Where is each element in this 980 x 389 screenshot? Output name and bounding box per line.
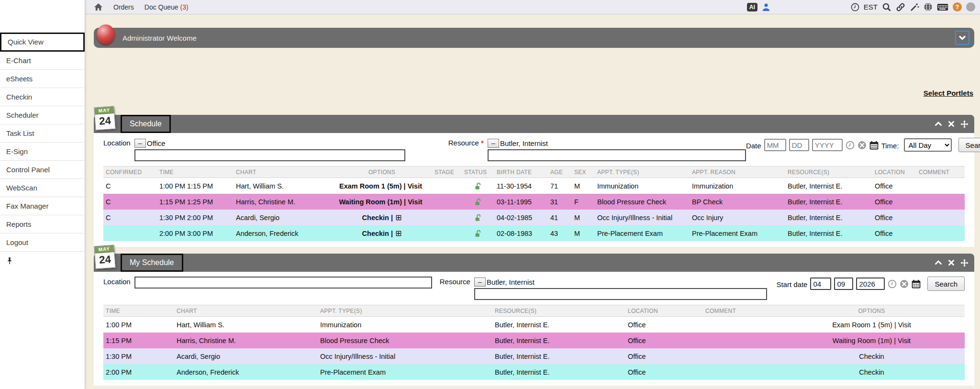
options-cell[interactable]: Checkin bbox=[779, 348, 965, 364]
calendar-picker-icon[interactable] bbox=[869, 141, 879, 150]
table-row[interactable]: 2:00 PM Anderson, Frederick Pre-Placemen… bbox=[103, 364, 965, 380]
user-icon[interactable] bbox=[762, 3, 770, 11]
sidebar-item-esheets[interactable]: eSheets bbox=[0, 70, 85, 88]
sidebar-item-task-list[interactable]: Task List bbox=[0, 124, 85, 143]
col-appt-types[interactable]: APPT. TYPE(S) bbox=[595, 167, 690, 178]
keyboard-icon[interactable] bbox=[937, 3, 948, 11]
sidebar-item-reports[interactable]: Reports bbox=[0, 215, 85, 233]
ai-badge[interactable]: AI bbox=[747, 3, 757, 11]
start-date-year-input[interactable] bbox=[856, 278, 885, 290]
globe-icon[interactable] bbox=[924, 2, 933, 11]
chart-cell[interactable]: Acardi, Sergio bbox=[234, 210, 332, 225]
col-location[interactable]: LOCATION bbox=[872, 167, 916, 178]
sidebar-item-fax-manager[interactable]: Fax Manager bbox=[0, 197, 85, 215]
sidebar-item-logout[interactable]: Logout bbox=[0, 233, 85, 252]
welcome-collapse-button[interactable] bbox=[955, 31, 969, 45]
nav-doc-queue[interactable]: Doc Queue (3) bbox=[145, 3, 189, 11]
chart-cell[interactable]: Harris, Christine M. bbox=[174, 333, 318, 348]
col-options[interactable]: OPTIONS bbox=[779, 305, 965, 316]
expand-plus-icon[interactable]: ⊞ bbox=[395, 213, 401, 222]
search-icon[interactable] bbox=[882, 2, 891, 12]
location-collapse-button[interactable]: – bbox=[134, 139, 146, 148]
calendar-picker-icon[interactable] bbox=[912, 279, 921, 289]
time-picker-icon[interactable] bbox=[846, 141, 855, 150]
help-icon[interactable]: ? bbox=[953, 2, 962, 11]
time-select[interactable]: All Day bbox=[904, 138, 952, 152]
start-date-day-input[interactable] bbox=[834, 278, 853, 290]
sidebar-item-checkin[interactable]: Checkin bbox=[0, 88, 85, 106]
sidebar-item-e-chart[interactable]: E-Chart bbox=[0, 52, 85, 70]
date-year-input[interactable] bbox=[812, 139, 843, 151]
sidebar-item-scheduler[interactable]: Scheduler bbox=[0, 106, 85, 124]
close-portlet-icon[interactable] bbox=[948, 121, 955, 127]
location-input[interactable] bbox=[134, 149, 405, 161]
move-portlet-icon[interactable] bbox=[960, 120, 969, 128]
col-time[interactable]: TIME bbox=[103, 305, 174, 316]
col-appt-reason[interactable]: APPT. REASON bbox=[690, 167, 785, 178]
pin-icon[interactable] bbox=[6, 257, 13, 265]
table-row[interactable]: 1:00 PM Hart, William S. Immunization Bu… bbox=[103, 317, 965, 333]
col-resources[interactable]: RESOURCE(S) bbox=[785, 167, 872, 178]
chart-cell[interactable]: Hart, William S. bbox=[234, 178, 332, 194]
chart-cell[interactable]: Acardi, Sergio bbox=[174, 348, 318, 364]
options-cell[interactable]: Checkin bbox=[779, 364, 965, 380]
clock-icon[interactable] bbox=[851, 3, 859, 11]
sidebar-item-e-sign[interactable]: E-Sign bbox=[0, 143, 85, 161]
table-row[interactable]: C 1:15 PM 1:25 PM Harris, Christine M. W… bbox=[103, 194, 965, 210]
select-portlets-link[interactable]: Select Portlets bbox=[924, 89, 973, 97]
options-cell[interactable]: Checkin |⊞ bbox=[332, 210, 432, 225]
close-portlet-icon[interactable] bbox=[948, 259, 955, 266]
col-stage[interactable]: STAGE bbox=[432, 167, 462, 178]
options-link[interactable]: Waiting Room (1m) | Visit bbox=[339, 198, 422, 206]
date-month-input[interactable] bbox=[764, 139, 786, 151]
col-resources[interactable]: RESOURCE(S) bbox=[492, 305, 625, 316]
wand-icon[interactable] bbox=[910, 2, 919, 12]
col-comment[interactable]: COMMENT bbox=[916, 167, 965, 178]
time-picker-icon[interactable] bbox=[888, 279, 897, 289]
sidebar-item-control-panel[interactable]: Control Panel bbox=[0, 161, 85, 179]
options-cell[interactable]: Exam Room 1 (5m) | Visit bbox=[779, 317, 965, 333]
clear-date-icon[interactable] bbox=[900, 279, 909, 289]
sidebar-item-quick-view[interactable]: Quick View bbox=[0, 33, 85, 52]
col-chart[interactable]: CHART bbox=[174, 305, 318, 316]
link-icon[interactable] bbox=[896, 2, 905, 12]
col-comment[interactable]: COMMENT bbox=[703, 305, 779, 316]
chart-cell[interactable]: Anderson, Frederick bbox=[174, 364, 318, 380]
resource-input[interactable] bbox=[488, 149, 746, 161]
table-row[interactable]: 2:00 PM 3:00 PM Anderson, Frederick Chec… bbox=[103, 225, 965, 241]
col-birth-date[interactable]: BIRTH DATE bbox=[494, 167, 548, 178]
table-row[interactable]: C 1:00 PM 1:15 PM Hart, William S. Exam … bbox=[103, 178, 965, 194]
location-input[interactable] bbox=[134, 277, 432, 289]
nav-orders[interactable]: Orders bbox=[113, 3, 134, 11]
table-row[interactable]: 1:15 PM Harris, Christine M. Blood Press… bbox=[103, 333, 965, 348]
col-chart[interactable]: CHART bbox=[234, 167, 332, 178]
options-cell[interactable]: Exam Room 1 (5m) | Visit bbox=[332, 178, 432, 194]
col-appt-types[interactable]: APPT. TYPE(S) bbox=[318, 305, 492, 316]
chart-cell[interactable]: Anderson, Frederick bbox=[234, 225, 332, 241]
resource-input[interactable] bbox=[474, 288, 767, 300]
col-location[interactable]: LOCATION bbox=[625, 305, 703, 316]
my-schedule-search-button[interactable]: Search bbox=[927, 277, 965, 291]
checkin-link[interactable]: Checkin | bbox=[362, 214, 393, 222]
schedule-search-button[interactable]: Search bbox=[958, 138, 980, 152]
options-cell[interactable]: Waiting Room (1m) | Visit bbox=[332, 194, 432, 210]
table-row[interactable]: 1:30 PM Acardi, Sergio Occ Injury/Illnes… bbox=[103, 348, 965, 364]
table-row[interactable]: C 1:30 PM 2:00 PM Acardi, Sergio Checkin… bbox=[103, 210, 965, 225]
date-day-input[interactable] bbox=[789, 139, 809, 151]
sidebar-item-webscan[interactable]: WebScan bbox=[0, 179, 85, 197]
options-link[interactable]: Exam Room 1 (5m) | Visit bbox=[339, 182, 422, 190]
col-confirmed[interactable]: CONFIRMED bbox=[103, 167, 157, 178]
expand-plus-icon[interactable]: ⊞ bbox=[395, 229, 401, 238]
resource-collapse-button[interactable]: – bbox=[488, 139, 499, 148]
col-sex[interactable]: SEX bbox=[572, 167, 595, 178]
collapse-portlet-icon[interactable] bbox=[935, 259, 942, 266]
move-portlet-icon[interactable] bbox=[960, 259, 969, 267]
chart-cell[interactable]: Harris, Christine M. bbox=[234, 194, 332, 210]
col-age[interactable]: AGE bbox=[548, 167, 572, 178]
collapse-portlet-icon[interactable] bbox=[935, 121, 942, 127]
clear-date-icon[interactable] bbox=[858, 141, 867, 150]
col-status[interactable]: STATUS bbox=[462, 167, 494, 178]
resource-collapse-button[interactable]: – bbox=[474, 278, 486, 287]
chart-cell[interactable]: Hart, William S. bbox=[174, 317, 318, 333]
checkin-link[interactable]: Checkin | bbox=[362, 230, 393, 237]
